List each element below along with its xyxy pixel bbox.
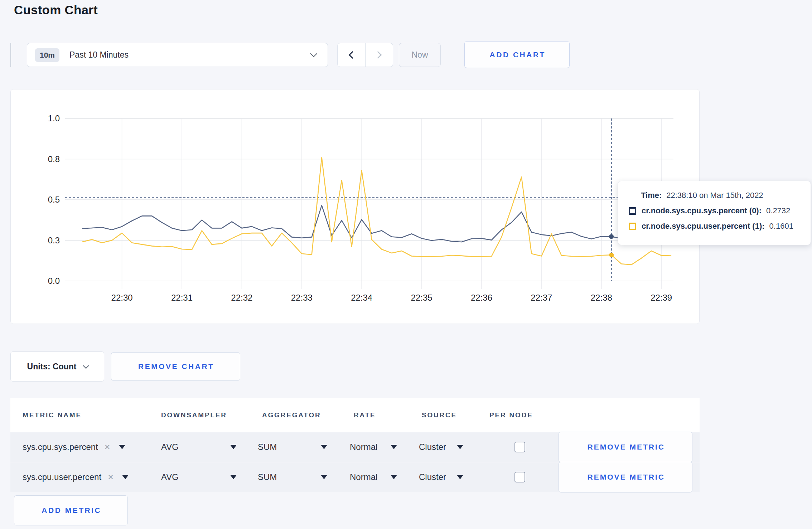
source-caret-down-icon[interactable] bbox=[457, 445, 463, 449]
header-metric-name: METRIC NAME bbox=[23, 411, 82, 419]
tooltip-time-value: 22:38:10 on Mar 15th, 2022 bbox=[666, 191, 763, 200]
metric-select-value: sys.cpu.user.percent bbox=[23, 472, 101, 482]
units-label: Units: Count bbox=[27, 362, 77, 372]
time-step-buttons bbox=[337, 43, 393, 67]
svg-text:0.3: 0.3 bbox=[48, 236, 60, 245]
svg-text:22:35: 22:35 bbox=[411, 293, 432, 302]
time-range-label: Past 10 Minutes bbox=[69, 50, 129, 60]
rate-select-value[interactable]: Normal bbox=[350, 442, 377, 452]
add-metric-button[interactable]: ADD METRIC bbox=[14, 495, 128, 525]
tooltip-series-row: cr.node.sys.cpu.user.percent (1): 0.1601 bbox=[629, 222, 811, 231]
tooltip-series-value: 0.1601 bbox=[769, 222, 793, 231]
chevron-right-icon bbox=[374, 51, 382, 59]
chart-tooltip: Time: 22:38:10 on Mar 15th, 2022 cr.node… bbox=[618, 181, 811, 245]
per-node-checkbox[interactable] bbox=[514, 472, 525, 482]
next-time-button[interactable] bbox=[365, 43, 393, 67]
svg-text:22:38: 22:38 bbox=[591, 293, 612, 302]
time-range-picker[interactable]: 10m Past 10 Minutes bbox=[27, 43, 328, 67]
series-swatch-user-icon bbox=[629, 223, 636, 230]
header-aggregator: AGGREGATOR bbox=[262, 411, 321, 419]
metrics-table-header: METRIC NAME DOWNSAMPLER AGGREGATOR RATE … bbox=[10, 398, 700, 432]
page-title: Custom Chart bbox=[14, 3, 98, 17]
downsampler-select-value[interactable]: AVG bbox=[161, 472, 179, 482]
chart-card: 22:3022:3122:3222:3322:3422:3522:3622:37… bbox=[10, 89, 700, 324]
clear-icon[interactable]: × bbox=[108, 472, 113, 482]
metric-row: sys.cpu.user.percent × AVG SUM Normal Cl… bbox=[10, 462, 700, 492]
downsampler-select-value[interactable]: AVG bbox=[161, 442, 179, 452]
tooltip-series-row: cr.node.sys.cpu.sys.percent (0): 0.2732 bbox=[629, 206, 811, 215]
svg-text:0.5: 0.5 bbox=[48, 195, 60, 204]
remove-metric-button[interactable]: REMOVE METRIC bbox=[559, 462, 692, 492]
metric-row: sys.cpu.sys.percent × AVG SUM Normal Clu… bbox=[10, 432, 700, 462]
rate-caret-down-icon[interactable] bbox=[391, 445, 397, 449]
remove-metric-button[interactable]: REMOVE METRIC bbox=[559, 432, 692, 462]
svg-text:1.0: 1.0 bbox=[48, 113, 60, 123]
header-source: SOURCE bbox=[422, 411, 457, 419]
chevron-down-icon bbox=[310, 50, 317, 57]
chart-svg[interactable]: 22:3022:3122:3222:3322:3422:3522:3622:37… bbox=[11, 89, 700, 324]
units-dropdown[interactable]: Units: Count bbox=[10, 351, 104, 382]
metrics-table: METRIC NAME DOWNSAMPLER AGGREGATOR RATE … bbox=[10, 398, 700, 492]
header-rate: RATE bbox=[354, 411, 376, 419]
svg-text:22:31: 22:31 bbox=[171, 293, 193, 302]
svg-text:22:32: 22:32 bbox=[231, 293, 252, 302]
aggregator-caret-down-icon[interactable] bbox=[321, 475, 327, 479]
rate-select-value[interactable]: Normal bbox=[350, 472, 377, 482]
svg-text:22:33: 22:33 bbox=[291, 293, 313, 302]
svg-text:22:36: 22:36 bbox=[471, 293, 492, 302]
svg-text:22:37: 22:37 bbox=[531, 293, 552, 302]
custom-chart-page: Custom Chart 10m Past 10 Minutes Now ADD… bbox=[0, 0, 812, 529]
aggregator-select-value[interactable]: SUM bbox=[258, 442, 277, 452]
metric-select[interactable]: sys.cpu.sys.percent × bbox=[23, 442, 125, 452]
chevron-left-icon bbox=[348, 51, 356, 59]
aggregator-caret-down-icon[interactable] bbox=[321, 445, 327, 449]
source-select-value[interactable]: Cluster bbox=[419, 472, 446, 482]
chevron-down-icon bbox=[83, 363, 89, 369]
toolbar-divider bbox=[10, 43, 11, 67]
tooltip-time-row: Time: 22:38:10 on Mar 15th, 2022 bbox=[641, 191, 811, 200]
tooltip-time-label: Time: bbox=[641, 191, 662, 200]
time-range-badge: 10m bbox=[35, 48, 59, 62]
prev-time-button[interactable] bbox=[338, 43, 365, 67]
clear-icon[interactable]: × bbox=[105, 442, 110, 452]
tooltip-series-label: cr.node.sys.cpu.sys.percent (0): bbox=[642, 206, 762, 215]
caret-down-icon bbox=[122, 475, 129, 479]
svg-text:0.8: 0.8 bbox=[48, 154, 60, 164]
remove-chart-button[interactable]: REMOVE CHART bbox=[111, 352, 240, 381]
caret-down-icon bbox=[119, 445, 125, 449]
add-chart-button[interactable]: ADD CHART bbox=[464, 41, 570, 68]
downsampler-caret-down-icon[interactable] bbox=[230, 445, 237, 449]
series-swatch-sys-icon bbox=[629, 207, 636, 215]
metric-select-value: sys.cpu.sys.percent bbox=[23, 442, 98, 452]
aggregator-select-value[interactable]: SUM bbox=[258, 472, 277, 482]
header-per-node: PER NODE bbox=[489, 411, 533, 419]
tooltip-series-value: 0.2732 bbox=[766, 206, 790, 215]
tooltip-series-label: cr.node.sys.cpu.user.percent (1): bbox=[642, 222, 765, 231]
svg-text:0.0: 0.0 bbox=[48, 276, 60, 286]
rate-caret-down-icon[interactable] bbox=[391, 475, 397, 479]
downsampler-caret-down-icon[interactable] bbox=[230, 475, 237, 479]
per-node-checkbox[interactable] bbox=[514, 442, 525, 452]
svg-text:22:30: 22:30 bbox=[111, 293, 133, 302]
svg-text:22:39: 22:39 bbox=[651, 293, 672, 302]
source-caret-down-icon[interactable] bbox=[457, 475, 463, 479]
header-downsampler: DOWNSAMPLER bbox=[161, 411, 227, 419]
now-button[interactable]: Now bbox=[399, 43, 441, 67]
svg-text:22:34: 22:34 bbox=[351, 293, 372, 302]
source-select-value[interactable]: Cluster bbox=[419, 442, 446, 452]
metric-select[interactable]: sys.cpu.user.percent × bbox=[23, 472, 129, 482]
